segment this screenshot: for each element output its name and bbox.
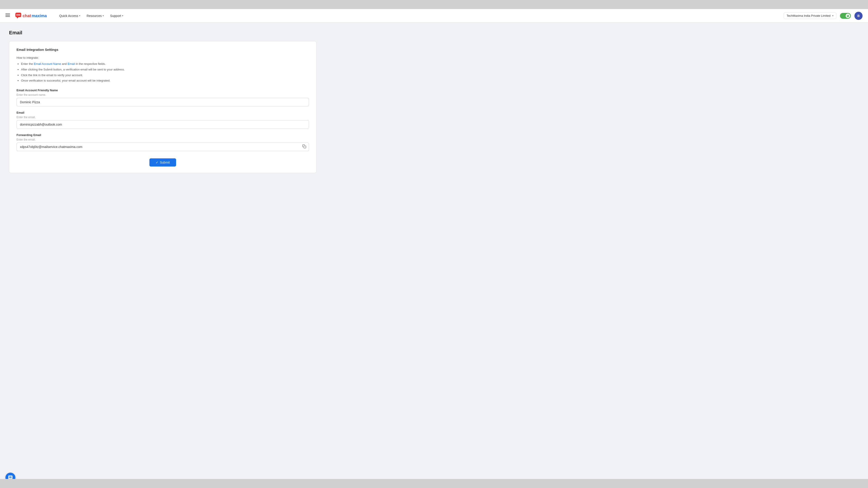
logo-svg: chat maxima	[16, 12, 52, 20]
nav-resources-chevron: ▾	[103, 14, 104, 17]
top-decorative-bar	[0, 0, 868, 9]
email-label: Email	[17, 111, 309, 114]
email-account-name-link[interactable]: Email Account Name	[34, 62, 61, 66]
nav-resources[interactable]: Resources ▾	[84, 13, 106, 19]
nav-resources-label: Resources	[87, 14, 102, 18]
bottom-decorative-bar	[0, 479, 868, 488]
account-name-input[interactable]	[17, 98, 309, 106]
user-avatar[interactable]: B	[855, 12, 863, 20]
gear-icon	[846, 14, 849, 17]
svg-rect-0	[5, 13, 10, 14]
nav-support[interactable]: Support ▾	[108, 13, 125, 19]
hamburger-icon[interactable]	[5, 13, 10, 19]
instruction-item-2: After clicking the Submit button, a veri…	[21, 67, 309, 72]
submit-check-icon: ✓	[156, 161, 158, 164]
svg-text:maxima: maxima	[32, 13, 47, 18]
nav-quick-access[interactable]: Quick Access ▾	[57, 13, 83, 19]
instruction-item-4: Once verification is successful, your em…	[21, 78, 309, 83]
org-selector-chevron: ▾	[832, 14, 833, 17]
svg-rect-1	[5, 15, 10, 15]
account-name-hint: Enter the account name.	[17, 93, 309, 96]
svg-text:chat: chat	[23, 13, 31, 18]
logo[interactable]: chat maxima	[16, 12, 52, 20]
account-name-label: Email Account Friendly Name	[17, 89, 309, 92]
email-section: Email Enter the email.	[17, 111, 309, 129]
forwarding-email-label: Forwarding Email	[17, 133, 309, 137]
page-title: Email	[9, 30, 316, 36]
email-input[interactable]	[17, 120, 309, 129]
forwarding-email-input-wrapper	[17, 142, 309, 151]
nav-support-chevron: ▾	[122, 14, 123, 17]
email-link[interactable]: Email	[68, 62, 75, 66]
user-avatar-initial: B	[857, 14, 860, 18]
instruction-item-1: Enter the Email Account Name and Email i…	[21, 62, 309, 66]
account-name-section: Email Account Friendly Name Enter the ac…	[17, 89, 309, 106]
copy-icon[interactable]	[302, 144, 306, 149]
navbar: chat maxima Quick Access ▾ Resources ▾ S…	[0, 9, 868, 23]
email-integration-card: Email Integration Settings How to integr…	[9, 41, 316, 173]
org-selector[interactable]: TechMaxima India Private Limited ▾	[784, 12, 836, 19]
settings-toggle-knob	[846, 13, 850, 18]
settings-toggle[interactable]	[840, 13, 851, 19]
instructions-heading: How to integrate:	[17, 56, 309, 59]
instructions-list: Enter the Email Account Name and Email i…	[17, 62, 309, 83]
nav-links: Quick Access ▾ Resources ▾ Support ▾	[57, 13, 125, 19]
submit-area: ✓ Submit	[17, 158, 309, 166]
submit-button[interactable]: ✓ Submit	[149, 158, 176, 166]
svg-point-5	[17, 14, 18, 15]
main-content: Email Email Integration Settings How to …	[0, 23, 326, 180]
card-title: Email Integration Settings	[17, 48, 309, 52]
svg-rect-10	[304, 146, 306, 148]
org-selector-label: TechMaxima India Private Limited	[786, 14, 831, 18]
svg-point-7	[19, 14, 20, 15]
email-hint: Enter the email.	[17, 116, 309, 119]
forwarding-email-hint: Enter the email.	[17, 138, 309, 141]
navbar-left: chat maxima Quick Access ▾ Resources ▾ S…	[5, 12, 776, 20]
svg-point-6	[18, 14, 19, 15]
nav-quick-access-label: Quick Access	[59, 14, 78, 18]
forwarding-email-section: Forwarding Email Enter the email.	[17, 133, 309, 151]
instruction-item-3: Click the link in the email to verify yo…	[21, 73, 309, 78]
forwarding-email-input[interactable]	[17, 142, 309, 151]
nav-quick-access-chevron: ▾	[79, 14, 80, 17]
svg-marker-4	[17, 17, 19, 19]
nav-support-label: Support	[110, 14, 121, 18]
svg-rect-2	[5, 16, 10, 17]
submit-label: Submit	[160, 161, 170, 164]
navbar-right: TechMaxima India Private Limited ▾ B	[784, 12, 863, 20]
